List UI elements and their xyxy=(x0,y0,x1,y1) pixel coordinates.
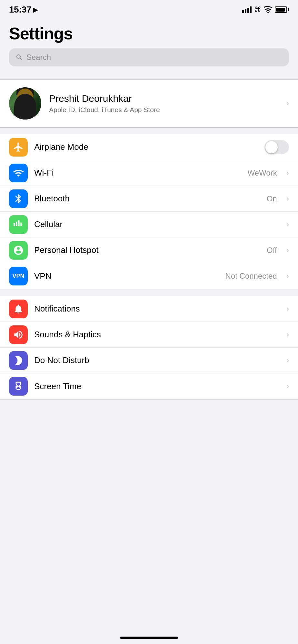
connectivity-group: Airplane Mode Wi-Fi WeWork › Bluetooth O… xyxy=(0,134,298,289)
notifications-chevron: › xyxy=(287,305,289,313)
screen-time-row[interactable]: Screen Time › xyxy=(0,373,298,399)
wifi-row[interactable]: Wi-Fi WeWork › xyxy=(0,160,298,186)
search-icon xyxy=(15,53,23,61)
cellular-label: Cellular xyxy=(34,219,280,229)
vpn-chevron: › xyxy=(287,272,289,280)
section-divider-1 xyxy=(0,73,298,79)
bluetooth-chevron: › xyxy=(287,195,289,203)
battery-icon xyxy=(275,6,289,13)
dnd-chevron: › xyxy=(287,356,289,365)
cellular-symbol-icon xyxy=(13,219,24,230)
hotspot-value: Off xyxy=(267,246,277,255)
sounds-chevron: › xyxy=(287,331,289,339)
bluetooth-value: On xyxy=(267,194,277,203)
bluetooth-row[interactable]: Bluetooth On › xyxy=(0,186,298,212)
status-icons: ⌘ xyxy=(242,5,289,14)
wifi-chevron: › xyxy=(287,169,289,177)
bluetooth-symbol-icon xyxy=(13,193,24,204)
sounds-symbol-icon xyxy=(13,329,24,340)
search-bar-container: Search xyxy=(0,48,298,73)
hourglass-icon xyxy=(13,381,24,392)
airplane-mode-label: Airplane Mode xyxy=(34,142,258,152)
profile-group: Preshit Deorukhkar Apple ID, iCloud, iTu… xyxy=(0,79,298,128)
wifi-status-icon: ⌘ xyxy=(254,5,261,14)
wifi-label: Wi-Fi xyxy=(34,168,241,178)
dnd-icon xyxy=(9,351,28,370)
sounds-row[interactable]: Sounds & Haptics › xyxy=(0,322,298,348)
vpn-icon: VPN xyxy=(9,267,28,285)
avatar xyxy=(9,87,41,120)
sounds-icon xyxy=(9,325,28,344)
hotspot-row[interactable]: Personal Hotspot Off › xyxy=(0,237,298,263)
vpn-label: VPN xyxy=(34,271,219,281)
hotspot-icon xyxy=(9,241,28,260)
cellular-row[interactable]: Cellular › xyxy=(0,212,298,237)
profile-chevron: › xyxy=(287,99,289,108)
notifications-symbol-icon xyxy=(13,303,24,314)
dnd-row[interactable]: Do Not Disturb › xyxy=(0,348,298,373)
screen-time-chevron: › xyxy=(287,382,289,390)
system-group: Notifications › Sounds & Haptics › Do No… xyxy=(0,296,298,399)
dnd-label: Do Not Disturb xyxy=(34,355,280,365)
page-header: Settings xyxy=(0,17,298,48)
notifications-icon xyxy=(9,300,28,318)
notifications-label: Notifications xyxy=(34,304,280,314)
airplane-mode-icon xyxy=(9,138,28,157)
profile-info: Preshit Deorukhkar Apple ID, iCloud, iTu… xyxy=(49,93,279,114)
airplane-mode-row[interactable]: Airplane Mode xyxy=(0,134,298,160)
wifi-status-icon xyxy=(264,6,272,13)
profile-name: Preshit Deorukhkar xyxy=(49,93,279,104)
moon-icon xyxy=(13,355,24,366)
status-time: 15:37 xyxy=(9,5,31,15)
vpn-row[interactable]: VPN VPN Not Connected › xyxy=(0,263,298,289)
hotspot-chevron: › xyxy=(287,246,289,255)
cellular-icon xyxy=(9,215,28,234)
bottom-space xyxy=(0,399,298,464)
section-divider-2 xyxy=(0,128,298,134)
toggle-knob xyxy=(265,141,278,153)
signal-icon xyxy=(242,6,252,13)
screen-time-label: Screen Time xyxy=(34,381,280,391)
wifi-value: WeWork xyxy=(248,168,277,178)
wifi-symbol-icon xyxy=(13,168,24,178)
screen-time-icon xyxy=(9,377,28,396)
location-icon: ▶ xyxy=(33,6,38,14)
wifi-icon xyxy=(9,164,28,182)
vpn-value: Not Connected xyxy=(225,272,277,281)
airplane-mode-toggle[interactable] xyxy=(264,140,289,154)
status-bar: 15:37 ▶ ⌘ xyxy=(0,0,298,17)
bluetooth-icon xyxy=(9,189,28,208)
home-indicator xyxy=(120,637,178,639)
hotspot-symbol-icon xyxy=(13,245,24,256)
profile-subtitle: Apple ID, iCloud, iTunes & App Store xyxy=(49,106,279,114)
profile-row[interactable]: Preshit Deorukhkar Apple ID, iCloud, iTu… xyxy=(0,80,298,127)
search-placeholder: Search xyxy=(26,53,51,62)
page-title: Settings xyxy=(9,24,289,43)
search-bar[interactable]: Search xyxy=(9,48,289,66)
hotspot-label: Personal Hotspot xyxy=(34,245,260,255)
airplane-icon xyxy=(13,142,24,153)
vpn-text: VPN xyxy=(12,273,24,280)
bluetooth-label: Bluetooth xyxy=(34,194,260,204)
notifications-row[interactable]: Notifications › xyxy=(0,296,298,322)
cellular-chevron: › xyxy=(287,220,289,229)
section-divider-3 xyxy=(0,289,298,296)
sounds-label: Sounds & Haptics xyxy=(34,330,280,340)
